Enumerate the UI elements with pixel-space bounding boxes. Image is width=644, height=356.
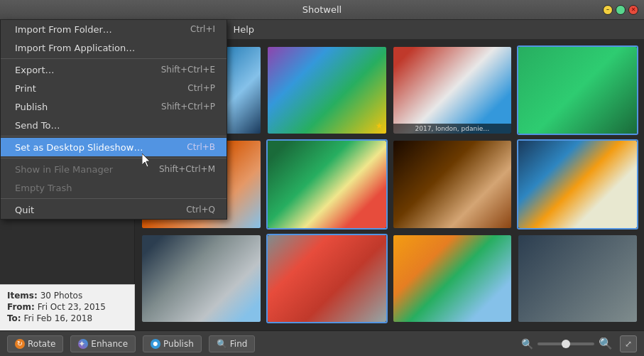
find-button[interactable]: 🔍 Find <box>209 335 256 352</box>
menu-empty-trash: Empty Trash <box>1 178 227 197</box>
zoom-thumb <box>562 340 570 348</box>
maximize-button[interactable] <box>616 5 626 15</box>
titlebar: Shotwell – ✕ <box>0 0 644 20</box>
separator-1 <box>1 58 227 59</box>
find-icon: 🔍 <box>217 339 227 349</box>
photo-item-p11[interactable] <box>392 234 513 323</box>
publish-button[interactable]: ● Publish <box>143 335 202 352</box>
window-title: Shotwell <box>302 4 342 15</box>
zoom-controls: 🔍 🔍 <box>521 337 613 350</box>
photo-item-p12[interactable] <box>517 234 638 323</box>
separator-3 <box>1 158 227 158</box>
menu-publish[interactable]: Publish Shift+Ctrl+P <box>1 97 227 116</box>
menu-set-desktop[interactable]: Set as Desktop Slideshow… Ctrl+B <box>1 138 227 156</box>
photo-item-p3[interactable]: 2017, london, pdanie… <box>392 45 513 135</box>
info-from: From: Fri Oct 23, 2015 <box>7 302 127 312</box>
zoom-out-icon[interactable]: 🔍 <box>521 338 533 350</box>
menu-quit[interactable]: Quit Ctrl+Q <box>1 200 227 219</box>
minimize-button[interactable]: – <box>603 5 613 15</box>
zoom-in-icon[interactable]: 🔍 <box>599 337 613 350</box>
rotate-button[interactable]: ↻ Rotate <box>7 335 63 352</box>
rotate-icon: ↻ <box>15 339 25 349</box>
photo-caption-p3: 2017, london, pdanie… <box>393 124 512 134</box>
photo-item-p4[interactable] <box>517 45 638 135</box>
separator-2 <box>1 136 227 136</box>
enhance-button[interactable]: ✦ Enhance <box>70 335 136 352</box>
menu-help[interactable]: Help <box>226 22 261 37</box>
menu-import-app[interactable]: Import From Application… <box>1 38 227 57</box>
separator-4 <box>1 198 227 199</box>
close-button[interactable]: ✕ <box>628 5 638 15</box>
menu-export[interactable]: Export… Shift+Ctrl+E <box>1 60 227 79</box>
photo-item-p10[interactable] <box>266 234 388 323</box>
menu-show-file-manager: Show in File Manager Shift+Ctrl+M <box>1 160 227 178</box>
window-controls: – ✕ <box>603 5 638 15</box>
publish-icon: ● <box>151 339 160 349</box>
file-menu-dropdown: Import From Folder… Ctrl+I Import From A… <box>0 20 227 220</box>
fullscreen-button[interactable]: ⤢ <box>620 335 637 352</box>
photo-item-p9[interactable] <box>141 234 262 323</box>
photo-star-p2: ★ <box>376 121 383 131</box>
menu-print[interactable]: Print Ctrl+P <box>1 79 227 97</box>
zoom-slider[interactable] <box>537 342 594 345</box>
menu-import-folder[interactable]: Import From Folder… Ctrl+I <box>1 20 227 38</box>
info-panel: Items: 30 Photos From: Fri Oct 23, 2015 … <box>0 284 135 330</box>
photo-item-p6[interactable] <box>266 139 388 229</box>
enhance-icon: ✦ <box>78 339 88 349</box>
menu-send-to[interactable]: Send To… <box>1 116 227 134</box>
photo-item-p7[interactable] <box>392 139 513 229</box>
bottom-toolbar: ↻ Rotate ✦ Enhance ● Publish 🔍 Find 🔍 🔍 … <box>0 330 644 356</box>
photo-item-p2[interactable]: ★ <box>266 45 388 135</box>
photo-item-p8[interactable] <box>517 139 638 229</box>
info-to: To: Fri Feb 16, 2018 <box>7 313 127 323</box>
info-items: Items: 30 Photos <box>7 291 127 301</box>
